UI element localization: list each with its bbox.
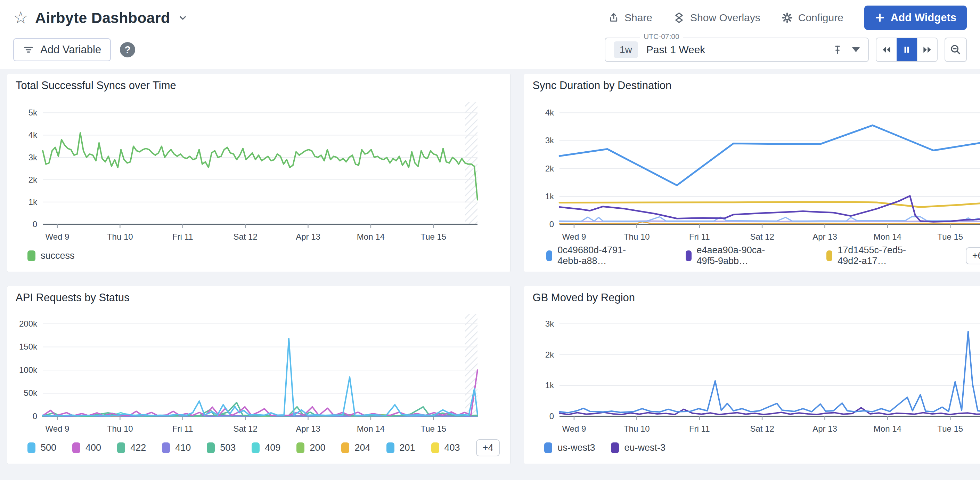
time-controls: UTC-07:00 1w Past 1 Week [605,38,967,62]
configure-button[interactable]: Configure [781,12,843,24]
time-range-caret-icon[interactable] [852,47,860,52]
svg-text:Fri 11: Fri 11 [172,232,193,241]
legend-item[interactable]: 204 [341,442,370,453]
svg-text:2k: 2k [545,164,554,173]
svg-text:Wed 9: Wed 9 [562,424,586,434]
legend-swatch [117,442,125,453]
legend-label: e4aea90a-90ca-49f5-9abb… [697,245,785,266]
chart-legend: success [7,245,510,272]
legend-label: 200 [310,442,325,453]
share-icon [608,12,619,23]
timezone-label: UTC-07:00 [640,32,683,41]
svg-text:3k: 3k [545,319,554,329]
svg-text:Sat 12: Sat 12 [233,232,257,241]
legend-swatch [72,442,80,453]
pause-icon [902,45,912,54]
zoom-out-icon [950,44,962,56]
svg-text:Fri 11: Fri 11 [172,424,193,434]
legend-item[interactable]: 201 [387,442,415,453]
legend-item[interactable]: 200 [296,442,325,453]
share-button[interactable]: Share [608,12,652,24]
filter-icon [23,44,34,55]
top-bar: ☆ Airbyte Dashboard Share Show Overlays [0,0,980,69]
widget-title: Total Successful Syncs over Time [7,74,510,97]
legend-item[interactable]: success [27,250,75,261]
time-range-shortcut[interactable]: 1w [614,41,638,58]
chart-gb-moved-by-region[interactable]: 01k2k3kWed 9Thu 10Fri 11Sat 12Apr 13Mon … [524,309,980,437]
legend-item[interactable]: 422 [117,442,146,453]
show-overlays-button[interactable]: Show Overlays [673,12,760,24]
legend-item[interactable]: 503 [207,442,235,453]
chart-api-requests-by-status[interactable]: 050k100k150k200kWed 9Thu 10Fri 11Sat 12A… [7,309,510,437]
svg-text:4k: 4k [545,108,554,117]
page-title: Airbyte Dashboard [35,10,170,26]
legend-label: 400 [86,442,101,453]
add-widgets-button[interactable]: Add Widgets [864,6,967,30]
svg-text:1k: 1k [545,381,554,390]
svg-text:Apr 13: Apr 13 [296,424,320,434]
legend-item[interactable]: 17d1455c-7ed5-49d2-a17… [826,245,924,266]
svg-text:150k: 150k [19,342,38,351]
svg-text:0: 0 [33,220,37,229]
chart-sync-duration-by-destination[interactable]: 01k2k3k4kWed 9Thu 10Fri 11Sat 12Apr 13Mo… [524,97,980,245]
title-row: ☆ Airbyte Dashboard Share Show Overlays [13,6,967,30]
legend-item[interactable]: 0c49680d-4791-4ebb-a88… [546,245,644,266]
legend-swatch [27,442,35,453]
svg-text:Tue 15: Tue 15 [938,232,963,241]
legend-label: us-west3 [557,442,595,453]
favorite-star-icon[interactable]: ☆ [13,10,28,26]
header-actions: Share Show Overlays Conf [608,6,967,30]
legend-item[interactable]: eu-west-3 [611,442,665,453]
time-pause-button[interactable] [897,38,917,61]
legend-label: 500 [41,442,56,453]
time-playback-group [876,38,938,62]
rewind-icon [881,45,892,55]
legend-swatch [431,442,439,453]
time-backward-button[interactable] [877,38,897,61]
svg-text:Tue 15: Tue 15 [938,424,963,434]
legend-label: success [41,250,75,261]
svg-text:0: 0 [549,220,554,229]
svg-text:Mon 14: Mon 14 [357,424,385,434]
svg-text:1k: 1k [545,191,554,201]
time-forward-button[interactable] [917,38,937,61]
time-range-selector[interactable]: UTC-07:00 1w Past 1 Week [605,38,869,62]
svg-text:3k: 3k [545,136,554,145]
legend-swatch [546,250,552,261]
legend-item[interactable]: 500 [27,442,56,453]
legend-item[interactable]: e4aea90a-90ca-49f5-9abb… [686,245,785,266]
svg-text:50k: 50k [24,388,38,397]
help-icon[interactable]: ? [120,42,135,57]
svg-text:Wed 9: Wed 9 [45,232,69,241]
dashboard-grid: Total Successful Syncs over Time 01k2k3k… [0,69,980,464]
svg-text:Fri 11: Fri 11 [689,232,710,241]
pin-icon[interactable] [832,44,843,55]
widget-title: API Requests by Status [7,286,510,309]
legend-swatch [162,442,170,453]
legend-label: 503 [220,442,235,453]
svg-text:Tue 15: Tue 15 [420,424,446,434]
svg-text:Sat 12: Sat 12 [750,424,774,434]
legend-more-badge[interactable]: +6 [966,247,980,264]
title-chevron-down-icon[interactable] [177,12,189,24]
svg-text:Thu 10: Thu 10 [624,232,650,241]
svg-text:4k: 4k [29,130,38,139]
svg-text:1k: 1k [29,197,38,207]
chart-legend: us-west3eu-west-3 [524,437,980,464]
legend-item[interactable]: 403 [431,442,460,453]
add-variable-button[interactable]: Add Variable [13,38,111,61]
legend-label: 0c49680d-4791-4ebb-a88… [557,245,644,266]
plus-icon [875,13,885,23]
legend-item[interactable]: 400 [72,442,101,453]
chart-total-successful-syncs[interactable]: 01k2k3k4k5kWed 9Thu 10Fri 11Sat 12Apr 13… [7,97,510,245]
svg-text:3k: 3k [29,153,38,162]
chart-legend: 0c49680d-4791-4ebb-a88…e4aea90a-90ca-49f… [524,245,980,272]
legend-item[interactable]: 409 [251,442,280,453]
zoom-out-button[interactable] [945,38,967,62]
legend-swatch [251,442,259,453]
legend-item[interactable]: 410 [162,442,191,453]
legend-more-badge[interactable]: +4 [476,439,500,456]
svg-text:Mon 14: Mon 14 [357,232,385,241]
legend-swatch [27,250,35,261]
legend-item[interactable]: us-west3 [544,442,595,453]
